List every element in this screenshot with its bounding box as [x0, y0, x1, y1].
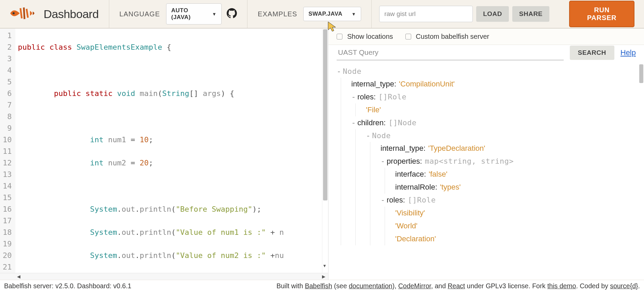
app-title: Dashboard	[44, 7, 99, 21]
tree-vertical-scrollbar[interactable]	[639, 64, 644, 280]
code-editor[interactable]: 123456 789101112 131415161718 192021 pub…	[0, 29, 328, 273]
tree-type: map<string, string>	[425, 157, 514, 165]
search-button[interactable]: SEARCH	[570, 46, 614, 60]
language-label: LANGUAGE	[119, 10, 160, 18]
tree-value: 'File'	[366, 106, 381, 114]
tree-value: 'TypeDeclaration'	[428, 144, 485, 153]
header-right: RUN PARSER	[560, 0, 644, 28]
babelfish-link[interactable]: Babelfish	[305, 282, 332, 290]
chevron-down-icon: ▼	[352, 12, 356, 17]
share-button[interactable]: SHARE	[512, 6, 549, 22]
horizontal-scrollbar[interactable]: ◀ ▶	[0, 273, 328, 280]
tree-value: 'false'	[429, 170, 448, 179]
documentation-link[interactable]: documentation	[349, 282, 392, 290]
scroll-left-icon[interactable]: ◀	[17, 274, 20, 279]
tree-value: 'World'	[395, 222, 417, 230]
tree-type: []Role	[408, 196, 436, 204]
load-button[interactable]: LOAD	[476, 6, 509, 22]
gist-group: LOAD SHARE	[372, 0, 560, 28]
logo-section: Dashboard	[0, 0, 109, 28]
footer-credits: Built with Babelfish (see documentation)…	[276, 282, 640, 290]
gist-url-input[interactable]	[379, 6, 473, 22]
language-dropdown[interactable]: AUTO (JAVA) ▼	[166, 3, 222, 25]
header: Dashboard LANGUAGE AUTO (JAVA) ▼ EXAMPLE…	[0, 0, 644, 29]
react-link[interactable]: React	[448, 282, 465, 290]
options-row: Show locations Custom babelfish server	[328, 29, 644, 45]
tree-node-label: Node	[372, 131, 391, 140]
line-gutter: 123456 789101112 131415161718 192021	[0, 29, 15, 273]
language-group: LANGUAGE AUTO (JAVA) ▼	[109, 0, 248, 28]
run-parser-button[interactable]: RUN PARSER	[569, 1, 634, 27]
svg-point-0	[13, 12, 15, 14]
examples-label: EXAMPLES	[258, 10, 297, 18]
chevron-down-icon: ▼	[212, 12, 216, 17]
help-link[interactable]: Help	[621, 48, 636, 57]
custom-server-label: Custom babelfish server	[416, 33, 489, 40]
uast-panel: Show locations Custom babelfish server S…	[328, 29, 644, 280]
uast-tree[interactable]: -Node internal_type:'CompilationUnit' -r…	[328, 64, 639, 280]
query-row: SEARCH Help	[328, 45, 644, 64]
tree-key: internalRole	[395, 183, 435, 192]
scroll-right-icon[interactable]: ▶	[322, 274, 325, 279]
tree-key: internal_type	[381, 144, 423, 153]
tree-key: roles	[387, 196, 403, 205]
tree-node-label: Node	[343, 67, 361, 76]
footer: Babelfish server: v2.5.0. Dashboard: v0.…	[0, 280, 644, 292]
custom-server-checkbox[interactable]: Custom babelfish server	[405, 33, 489, 40]
tree-key: children	[357, 118, 384, 127]
checkbox-icon[interactable]	[337, 34, 342, 39]
tree-type: []Role	[379, 93, 406, 101]
mouse-cursor-icon	[327, 21, 337, 35]
tree-value: 'Visibility'	[395, 209, 425, 217]
codemirror-link[interactable]: CodeMirror	[398, 282, 431, 290]
main-content: 123456 789101112 131415161718 192021 pub…	[0, 29, 644, 280]
examples-group: EXAMPLES SWAP.JAVA ▼	[247, 0, 372, 28]
tree-key: internal_type	[351, 80, 394, 88]
github-icon[interactable]	[227, 8, 237, 20]
scrollbar-thumb[interactable]	[323, 29, 327, 200]
tree-value: 'CompilationUnit'	[399, 80, 455, 88]
examples-dropdown-value: SWAP.JAVA	[308, 11, 342, 17]
this-demo-link[interactable]: this demo	[547, 282, 576, 290]
sourced-link[interactable]: source{d}	[610, 282, 638, 290]
tree-value: 'Declaration'	[395, 234, 436, 243]
show-locations-checkbox[interactable]: Show locations	[337, 33, 393, 40]
tree-key: properties	[387, 157, 420, 166]
examples-dropdown[interactable]: SWAP.JAVA ▼	[303, 7, 361, 21]
babelfish-logo-icon	[6, 5, 37, 23]
uast-query-input[interactable]	[337, 45, 564, 60]
scrollbar-thumb[interactable]	[639, 64, 643, 83]
tree-container: -Node internal_type:'CompilationUnit' -r…	[328, 64, 644, 280]
scroll-down-icon[interactable]: ▼	[323, 260, 326, 272]
code-editor-panel: 123456 789101112 131415161718 192021 pub…	[0, 29, 328, 280]
code-content[interactable]: public class SwapElementsExample { publi…	[15, 29, 322, 273]
checkbox-icon[interactable]	[405, 34, 411, 39]
tree-key: interface	[395, 170, 424, 179]
footer-version: Babelfish server: v2.5.0. Dashboard: v0.…	[4, 282, 131, 290]
tree-value: 'types'	[440, 183, 461, 192]
vertical-scrollbar[interactable]: ▼	[322, 29, 328, 273]
show-locations-label: Show locations	[347, 33, 393, 40]
tree-key: roles	[357, 93, 374, 101]
language-dropdown-value: AUTO (JAVA)	[171, 7, 205, 21]
tree-type: []Node	[388, 118, 416, 127]
